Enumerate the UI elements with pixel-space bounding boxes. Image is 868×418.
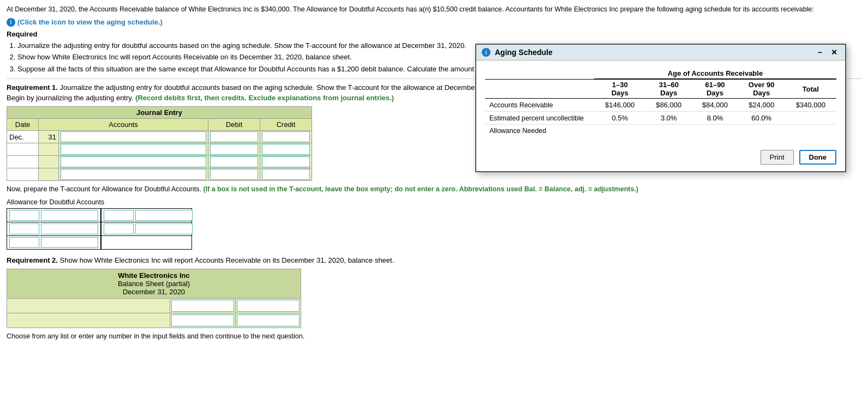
- aging-col-total: Total: [785, 79, 836, 99]
- t-left-lg-1[interactable]: [41, 210, 98, 221]
- intro-text: At December 31, 2020, the Accounts Recei…: [7, 4, 861, 15]
- t-left-sm-1[interactable]: [9, 210, 39, 221]
- aging-row-2-label: Estimated percent uncollectible: [485, 112, 594, 125]
- modal-title: Aging Schedule: [495, 48, 811, 57]
- journal-debit-1[interactable]: [208, 131, 260, 143]
- modal-close-button[interactable]: ✕: [829, 49, 840, 56]
- aging-row-1-v3: $84,000: [692, 99, 738, 112]
- bs-row-label-1: [7, 305, 170, 307]
- aging-row-3-v3: [692, 125, 738, 137]
- journal-credit-3[interactable]: [260, 156, 312, 168]
- aging-schedule-modal: i Aging Schedule − ✕ Age of Accounts Rec…: [475, 44, 846, 172]
- aging-row-1-v2: $86,000: [645, 99, 692, 112]
- bs-input-field-2[interactable]: [237, 300, 300, 312]
- journal-debit-2[interactable]: [208, 143, 260, 156]
- journal-date-label-1: Dec.: [7, 131, 39, 143]
- journal-debit-3[interactable]: [208, 156, 260, 168]
- aging-row-2-v1: 0.5%: [594, 112, 645, 125]
- t-account-instruction: Now, prepare the T-account for Allowance…: [7, 185, 861, 193]
- modal-info-icon: i: [482, 48, 490, 57]
- journal-debit-input-3[interactable]: [210, 156, 258, 167]
- journal-credit-input-2[interactable]: [262, 144, 310, 155]
- journal-date-num-4: [39, 168, 59, 181]
- journal-credit-input-1[interactable]: [262, 131, 310, 142]
- aging-age-header: Age of Accounts Receivable: [594, 69, 836, 79]
- aging-row-1-v4: $24,000: [738, 99, 785, 112]
- journal-debit-input-2[interactable]: [210, 144, 258, 155]
- journal-credit-4[interactable]: [260, 168, 312, 181]
- journal-entry-section: Journal Entry Date Accounts Debit Credit…: [7, 106, 312, 181]
- aging-row-1-v1: $146,000: [594, 99, 645, 112]
- journal-date-label-4: [7, 168, 39, 181]
- t-left-lg-3[interactable]: [41, 237, 98, 248]
- bs-input-2[interactable]: [235, 299, 301, 313]
- info-icon[interactable]: i: [7, 18, 15, 27]
- journal-date-num-3: [39, 156, 59, 168]
- col-date: Date: [7, 119, 39, 131]
- t-left-sm-2[interactable]: [9, 223, 39, 234]
- aging-row-2-v5: [785, 112, 836, 125]
- aging-col-over90: Over 90Days: [738, 79, 785, 99]
- bs-company: White Electronics Inc: [9, 271, 298, 280]
- journal-debit-input-4[interactable]: [210, 169, 258, 180]
- t-right-lg-1[interactable]: [135, 210, 193, 221]
- balance-sheet: White Electronics Inc Balance Sheet (par…: [7, 269, 301, 328]
- done-button[interactable]: Done: [799, 150, 837, 165]
- bs-input-field-1[interactable]: [171, 300, 234, 312]
- journal-accounts-4[interactable]: [58, 168, 208, 181]
- journal-accounts-1[interactable]: [58, 131, 208, 143]
- journal-accounts-2[interactable]: [58, 143, 208, 156]
- t-right-sm-1[interactable]: [104, 210, 134, 221]
- modal-minimize-button[interactable]: −: [816, 49, 824, 56]
- bs-input-1[interactable]: [170, 299, 235, 313]
- bs-input-field-4[interactable]: [237, 314, 300, 326]
- journal-date-num-2: [39, 143, 59, 156]
- journal-accounts-input-3[interactable]: [61, 156, 206, 167]
- aging-row-3-v5: [785, 125, 836, 137]
- journal-accounts-3[interactable]: [58, 156, 208, 168]
- journal-header: Journal Entry: [7, 107, 312, 119]
- aging-row-3-v2: [645, 125, 692, 137]
- bs-title: Balance Sheet (partial): [9, 280, 298, 288]
- journal-date-label-3: [7, 156, 39, 168]
- col-accounts: Accounts: [39, 119, 208, 131]
- aging-row-3-v4: [738, 125, 785, 137]
- journal-credit-input-4[interactable]: [262, 169, 310, 180]
- choose-text: Choose from any list or enter any number…: [7, 332, 861, 340]
- journal-date-label-2: [7, 143, 39, 156]
- t-account-section: Allowance for Doubtful Accounts: [7, 198, 861, 250]
- aging-col-1-30: 1–30Days: [594, 79, 645, 99]
- t-left-sm-3[interactable]: [9, 237, 39, 248]
- bs-input-4[interactable]: [235, 313, 301, 328]
- t-right-lg-2[interactable]: [135, 223, 193, 234]
- aging-row-3-v1: [594, 125, 645, 137]
- journal-credit-input-3[interactable]: [262, 156, 310, 167]
- journal-credit-2[interactable]: [260, 143, 312, 156]
- aging-col-61-90: 61–90Days: [692, 79, 738, 99]
- bs-input-field-3[interactable]: [171, 314, 234, 326]
- journal-accounts-input-1[interactable]: [61, 131, 206, 142]
- journal-credit-1[interactable]: [260, 131, 312, 143]
- aging-sub-blank: [485, 79, 594, 99]
- journal-debit-input-1[interactable]: [210, 131, 258, 142]
- journal-accounts-input-2[interactable]: [61, 144, 206, 155]
- col-debit: Debit: [208, 119, 260, 131]
- aging-row-1-label: Accounts Receivable: [485, 99, 594, 112]
- click-icon-label: (Click the icon to view the aging schedu…: [17, 18, 163, 26]
- print-button[interactable]: Print: [761, 150, 794, 165]
- t-left-lg-2[interactable]: [41, 223, 98, 234]
- req2-heading: Requirement 2. Show how White Electronic…: [7, 256, 861, 264]
- aging-row-1-v5: $340,000: [785, 99, 836, 112]
- col-credit: Credit: [260, 119, 312, 131]
- aging-blank-header: [485, 69, 594, 79]
- bs-input-3[interactable]: [170, 313, 235, 328]
- journal-date-num-1: 31: [39, 131, 59, 143]
- aging-row-2-v2: 3.0%: [645, 112, 692, 125]
- journal-accounts-input-4[interactable]: [61, 169, 206, 180]
- aging-row-2-v4: 60.0%: [738, 112, 785, 125]
- bs-date: December 31, 2020: [9, 288, 298, 296]
- t-right-sm-2[interactable]: [104, 223, 134, 234]
- journal-debit-4[interactable]: [208, 168, 260, 181]
- aging-col-31-60: 31–60Days: [645, 79, 692, 99]
- aging-row-3-label: Allowance Needed: [485, 125, 594, 137]
